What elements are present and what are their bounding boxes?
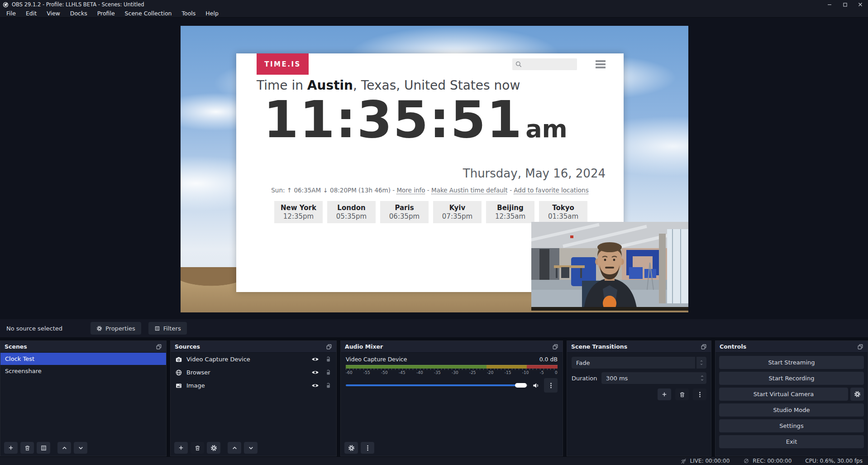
menu-item[interactable]: Docks: [65, 9, 92, 17]
meter-tick-label: -10: [522, 370, 529, 375]
visibility-eye-icon[interactable]: [311, 369, 319, 376]
speaker-icon[interactable]: [532, 382, 540, 389]
visibility-eye-icon[interactable]: [311, 382, 319, 389]
sources-panel: Sources Video Capture Device Browser: [170, 340, 337, 456]
meter-tick-label: -60: [346, 370, 353, 375]
remove-transition-button[interactable]: [675, 388, 689, 400]
plus-icon: [8, 445, 14, 451]
mixer-channel-menu-button[interactable]: [544, 378, 558, 393]
make-default-link: Make Austin time default: [431, 187, 508, 194]
start-recording-button[interactable]: Start Recording: [719, 372, 864, 385]
scene-down-button[interactable]: [74, 442, 87, 454]
scene-transitions-panel: Scene Transitions Fade Duration 300 ms: [567, 340, 711, 456]
popout-icon[interactable]: [326, 344, 332, 350]
source-down-button[interactable]: [244, 442, 258, 454]
webcam-source[interactable]: [531, 222, 688, 311]
sources-panel-title: Sources: [175, 343, 200, 350]
meter-tickmarks: [346, 369, 558, 370]
filters-button[interactable]: Filters: [148, 322, 187, 335]
visibility-eye-icon[interactable]: [311, 355, 319, 363]
city-name: New York: [274, 204, 323, 212]
transitions-panel-title: Scene Transitions: [571, 343, 627, 350]
scenes-panel: Scenes Clock TestScreenshare: [0, 340, 167, 456]
mixer-toolbar: [344, 442, 374, 454]
source-item-browser[interactable]: Browser: [171, 366, 336, 379]
advanced-audio-button[interactable]: [344, 442, 358, 454]
kebab-menu-icon: [364, 445, 371, 451]
exit-button[interactable]: Exit: [719, 435, 864, 448]
scene-up-button[interactable]: [57, 442, 71, 454]
scenes-toolbar: [4, 442, 87, 454]
meter-tick-label: -15: [505, 370, 511, 375]
source-item-video-capture[interactable]: Video Capture Device: [171, 353, 336, 366]
filters-icon: [40, 445, 47, 451]
source-item-image[interactable]: Image: [171, 379, 336, 392]
scene-item[interactable]: Screenshare: [0, 365, 166, 377]
settings-button[interactable]: Settings: [719, 419, 864, 432]
popout-icon[interactable]: [552, 344, 558, 350]
city-card: New York 12:35pm: [274, 201, 323, 223]
volume-slider-handle[interactable]: [515, 383, 527, 388]
transition-select[interactable]: Fade: [572, 357, 706, 369]
transition-select-arrows[interactable]: [696, 357, 706, 369]
duration-spinbox[interactable]: 300 ms: [601, 372, 706, 384]
lock-icon[interactable]: [325, 382, 332, 389]
menu-item[interactable]: View: [42, 9, 65, 17]
transition-menu-button[interactable]: [693, 388, 706, 400]
window-title: OBS 29.1.2 - Profile: LLHLS BETA - Scene…: [12, 1, 144, 8]
mixer-level-db: 0.0 dB: [539, 356, 558, 363]
properties-button[interactable]: Properties: [91, 322, 141, 335]
menu-item[interactable]: Tools: [177, 9, 201, 17]
close-button[interactable]: [853, 0, 868, 9]
menu-item[interactable]: Profile: [92, 9, 120, 17]
remove-scene-button[interactable]: [20, 442, 34, 454]
gear-icon: [348, 445, 355, 451]
menu-item[interactable]: Edit: [21, 9, 42, 17]
popout-icon[interactable]: [156, 344, 162, 350]
add-source-button[interactable]: [174, 442, 188, 454]
city-card: London 05:35pm: [327, 201, 376, 223]
clock-time: 11:35:51: [263, 90, 523, 149]
source-up-button[interactable]: [228, 442, 241, 454]
remove-source-button[interactable]: [191, 442, 204, 454]
title-bar: OBS 29.1.2 - Profile: LLHLS BETA - Scene…: [0, 0, 868, 9]
popout-icon[interactable]: [701, 344, 707, 350]
meter-tick-label: -5: [540, 370, 544, 375]
menu-item[interactable]: Scene Collection: [120, 9, 177, 17]
mixer-menu-button[interactable]: [361, 442, 374, 454]
studio-mode-button[interactable]: Studio Mode: [719, 403, 864, 417]
scene-item[interactable]: Clock Test: [0, 353, 166, 365]
source-list: Video Capture Device Browser Image: [171, 353, 336, 392]
volume-meter: [346, 365, 558, 369]
popout-icon[interactable]: [857, 344, 863, 350]
rec-status: REC: 00:00:00: [743, 458, 792, 464]
city-card: Tokyo 01:35am: [539, 201, 587, 223]
scene-filters-button[interactable]: [37, 442, 50, 454]
spin-down-icon[interactable]: [700, 378, 705, 382]
menu-bar: FileEditViewDocksProfileScene Collection…: [0, 9, 868, 18]
virtual-camera-config-button[interactable]: [850, 388, 864, 401]
lock-icon[interactable]: [325, 356, 332, 363]
preview-canvas[interactable]: TIME.IS Time in Austin, Texas, United St…: [181, 26, 688, 312]
chevron-up-icon: [699, 360, 704, 363]
menu-item[interactable]: Help: [200, 9, 224, 17]
city-card: Beijing 12:35am: [486, 201, 534, 223]
start-virtual-camera-button[interactable]: Start Virtual Camera: [719, 388, 848, 401]
start-streaming-button[interactable]: Start Streaming: [719, 356, 864, 369]
maximize-button[interactable]: [837, 0, 853, 9]
minimize-button[interactable]: [822, 0, 837, 9]
spin-up-icon[interactable]: [700, 374, 705, 378]
add-scene-button[interactable]: [4, 442, 18, 454]
obs-window: OBS 29.1.2 - Profile: LLHLS BETA - Scene…: [0, 0, 868, 465]
duration-label: Duration: [572, 375, 598, 382]
city-times-row: New York 12:35pm London 05:35pm Paris 06…: [274, 201, 587, 223]
menu-item[interactable]: File: [1, 9, 21, 17]
search-icon: [515, 61, 522, 68]
lock-icon[interactable]: [325, 369, 332, 376]
clock-ampm: am: [525, 115, 568, 143]
add-transition-button[interactable]: [658, 388, 671, 400]
source-properties-button[interactable]: [207, 442, 220, 454]
trash-icon: [679, 391, 686, 398]
volume-slider[interactable]: [346, 384, 528, 386]
live-status: LIVE: 00:00:00: [680, 458, 730, 465]
